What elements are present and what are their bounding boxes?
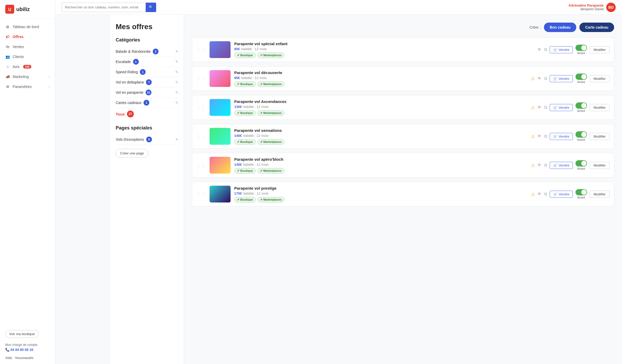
offer-title: Parapente vol Ascendances <box>234 99 527 104</box>
help-link[interactable]: Aide <box>5 356 12 360</box>
create-page-button[interactable]: Créer une page <box>116 149 148 158</box>
category-item[interactable]: Vol en parapente 15 ✎ <box>116 87 179 98</box>
eye-icon[interactable]: 👁 <box>537 134 542 139</box>
voir-boutique-button[interactable]: Voir ma boutique <box>5 330 39 338</box>
vendre-button[interactable]: 🛒 Vendre <box>550 191 573 198</box>
edit-icon[interactable]: ✎ <box>175 60 179 64</box>
cart-icon: 🛒 <box>553 163 557 167</box>
offer-info: Parapente vol découverte 95€ Validité : … <box>234 70 527 87</box>
sidebar-item-tableau-de-bord[interactable]: ⊞ Tableau de bord <box>0 22 55 32</box>
drag-handle-icon[interactable]: ⋮⋮ <box>196 47 206 53</box>
vendre-button[interactable]: 🛒 Vendre <box>550 133 573 140</box>
copy-icon[interactable]: ⧉ <box>544 134 547 139</box>
modifier-button[interactable]: Modifier <box>590 162 610 169</box>
drag-handle-icon[interactable]: ⋮⋮ <box>196 133 206 139</box>
activate-toggle[interactable] <box>575 102 587 109</box>
tag-marketplace: ✔ Marketplaces <box>257 110 285 116</box>
warning-icon[interactable]: ⚠ <box>531 192 535 197</box>
modifier-button[interactable]: Modifier <box>590 75 610 82</box>
activate-toggle[interactable] <box>575 74 587 80</box>
special-page-item[interactable]: Vols d'exceptions 9 ✎ <box>116 134 179 145</box>
tous-row[interactable]: Tous 27 <box>116 108 179 120</box>
vendre-button[interactable]: 🛒 Vendre <box>550 46 573 53</box>
offer-validite: Validité : 12 mois <box>241 47 267 51</box>
offer-meta: 95€ Validité : 12 mois <box>234 47 534 51</box>
eye-icon[interactable]: 👁 <box>537 163 542 168</box>
tag-icon: 🏷 <box>5 34 10 39</box>
activate-toggle[interactable] <box>575 131 587 138</box>
sidebar-item-label: Clients <box>13 55 24 59</box>
modifier-button[interactable]: Modifier <box>590 191 610 198</box>
carte-cadeau-button[interactable]: Carte cadeau <box>579 23 614 32</box>
warning-icon[interactable]: ⚠ <box>531 163 535 168</box>
activate-toggle[interactable] <box>575 45 587 51</box>
category-left: Balade & Randonnée 2 <box>116 49 159 54</box>
vendre-button[interactable]: 🛒 Vendre <box>550 162 573 169</box>
edit-icon[interactable]: ✎ <box>175 101 179 105</box>
tag-marketplace: ✔ Marketplaces <box>257 53 285 58</box>
offer-actions: ⚠ 👁 ⧉ 🛒 Vendre Activé Modifier <box>531 102 610 112</box>
offer-meta: 170€ Validité : 12 mois <box>234 191 527 195</box>
star-icon: ☆ <box>5 64 10 69</box>
cart-icon: 🛒 <box>553 134 557 138</box>
sidebar-item-ventes[interactable]: 🛍 Ventes <box>0 42 55 52</box>
toggle-label: Activé <box>577 167 585 170</box>
eye-icon[interactable]: 👁 <box>537 192 542 196</box>
vendre-button[interactable]: 🛒 Vendre <box>550 75 573 82</box>
sidebar-item-parametres[interactable]: ⚙ Paramètres › <box>0 82 55 92</box>
user-avatar[interactable]: BD <box>606 3 616 12</box>
toggle-label: Activé <box>577 109 585 112</box>
copy-icon[interactable]: ⧉ <box>544 163 547 168</box>
offer-validite: Validité : 12 mois <box>241 76 267 80</box>
modifier-button[interactable]: Modifier <box>590 46 610 53</box>
warning-icon[interactable]: ⚠ <box>531 134 535 139</box>
category-item[interactable]: Balade & Randonnée 2 ✎ <box>116 46 179 57</box>
modifier-button[interactable]: Modifier <box>590 133 610 140</box>
cart-icon: 🛒 <box>553 192 557 196</box>
bon-cadeau-button[interactable]: Bon cadeau <box>544 23 576 32</box>
eye-icon[interactable]: 👁 <box>537 47 542 52</box>
modifier-button[interactable]: Modifier <box>590 104 610 111</box>
sidebar-item-marketing[interactable]: 📣 Marketing › <box>0 72 55 82</box>
shopping-icon: 🛍 <box>5 44 10 49</box>
offer-card: ⋮⋮ Parapente vol Ascendances 130€ Validi… <box>192 95 614 120</box>
drag-handle-icon[interactable]: ⋮⋮ <box>196 191 206 197</box>
eye-icon[interactable]: 👁 <box>537 76 542 81</box>
copy-icon[interactable]: ⧉ <box>544 192 547 196</box>
activate-toggle[interactable] <box>575 160 587 167</box>
nouveautes-link[interactable]: Nouveautés <box>15 356 33 360</box>
activate-toggle[interactable] <box>575 189 587 195</box>
warning-icon[interactable]: ⚠ <box>531 76 535 81</box>
sidebar-item-offres[interactable]: 🏷 Offres <box>0 32 55 42</box>
edit-icon[interactable]: ✎ <box>175 80 179 84</box>
category-item[interactable]: Escalade 1 ✎ <box>116 57 179 67</box>
sidebar-item-avis[interactable]: ☆ Avis 105 <box>0 62 55 72</box>
copy-icon[interactable]: ⧉ <box>544 105 547 110</box>
search-button[interactable]: 🔍 <box>146 3 156 12</box>
tous-label: Tous <box>116 112 125 116</box>
main-content: Mes offres Catégories Balade & Randonnée… <box>110 15 622 364</box>
edit-icon[interactable]: ✎ <box>175 90 179 95</box>
chevron-right-icon: › <box>49 75 50 79</box>
search-input[interactable] <box>62 3 146 12</box>
edit-icon[interactable]: ✎ <box>175 49 179 54</box>
eye-icon[interactable]: 👁 <box>537 105 542 110</box>
offer-actions: ⚠ 👁 ⧉ 🛒 Vendre Activé Modifier <box>531 131 610 141</box>
drag-handle-icon[interactable]: ⋮⋮ <box>196 76 206 81</box>
vendre-button[interactable]: 🛒 Vendre <box>550 104 573 111</box>
warning-icon[interactable]: ⚠ <box>531 105 535 110</box>
category-item[interactable]: Cartes cadeaux 1 ✎ <box>116 98 179 108</box>
drag-handle-icon[interactable]: ⋮⋮ <box>196 162 206 168</box>
sidebar-item-clients[interactable]: 👥 Clients <box>0 52 55 62</box>
category-item[interactable]: Vol en deltaplane 7 ✎ <box>116 77 179 87</box>
toggle-wrap: Activé <box>575 131 587 141</box>
drag-handle-icon[interactable]: ⋮⋮ <box>196 105 206 110</box>
speaker-icon: 📣 <box>5 74 10 79</box>
copy-icon[interactable]: ⧉ <box>544 76 547 81</box>
edit-icon[interactable]: ✎ <box>175 137 179 142</box>
edit-icon[interactable]: ✎ <box>175 70 179 74</box>
copy-icon[interactable]: ⧉ <box>544 47 547 52</box>
tag-marketplace: ✔ Marketplaces <box>257 197 285 202</box>
category-item[interactable]: Speed Riding 1 ✎ <box>116 67 179 77</box>
category-badge: 15 <box>146 90 151 95</box>
